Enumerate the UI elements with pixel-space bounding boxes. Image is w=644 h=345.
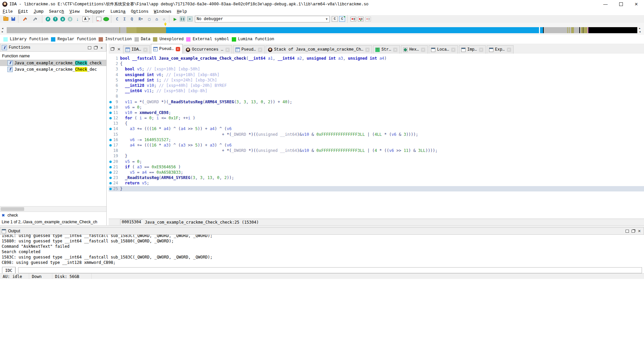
tab-pseud[interactable]: Pseud…✕ bbox=[233, 45, 265, 54]
function-name-column-header[interactable]: Function name bbox=[0, 52, 106, 60]
open-file-icon[interactable] bbox=[2, 16, 9, 22]
line-number[interactable]: 7 bbox=[109, 88, 120, 94]
navband-segment[interactable] bbox=[120, 27, 126, 33]
line-number[interactable]: 15 bbox=[109, 132, 120, 137]
breakpoint-icon[interactable] bbox=[109, 177, 112, 179]
clear-filter-icon[interactable]: ✖ bbox=[0, 213, 7, 218]
line-number[interactable]: 12 bbox=[109, 115, 120, 121]
bp-add-icon[interactable] bbox=[357, 16, 364, 22]
line-number[interactable]: 5 bbox=[109, 77, 120, 83]
tab-str[interactable]: ”Str…✕ bbox=[373, 45, 400, 54]
jump-faded-icon[interactable]: ≣ bbox=[66, 16, 74, 22]
tab-close-icon[interactable]: ✕ bbox=[507, 48, 511, 52]
search-a-icon[interactable]: A▾ bbox=[81, 16, 91, 22]
edit-home-icon[interactable]: ⌂ bbox=[153, 16, 160, 22]
breakpoint-icon[interactable] bbox=[109, 106, 112, 109]
menu-edit[interactable]: Edit bbox=[15, 9, 31, 15]
edit-c-icon[interactable]: C bbox=[113, 16, 121, 22]
code-line[interactable]: 3 bool v5; // [xsp+10h] [xbp-50h] bbox=[109, 66, 644, 72]
jump-list-icon[interactable]: ≣ bbox=[59, 16, 66, 22]
menu-jump[interactable]: Jump bbox=[31, 9, 46, 15]
tab-loca[interactable]: Loca…✕ bbox=[429, 45, 458, 54]
float-icon[interactable] bbox=[630, 228, 636, 234]
navband-scroll-left-icon[interactable]: ◄► bbox=[1, 27, 5, 33]
run-c-icon[interactable]: C bbox=[338, 16, 346, 22]
code-line[interactable]: 23 _ReadStatusReg(ARM64_SYSREG(3, 3, 13,… bbox=[109, 175, 644, 180]
pseudocode-view[interactable]: 1bool __fastcall Java_com_example_crackm… bbox=[109, 54, 644, 219]
menu-debugger[interactable]: Debugger bbox=[82, 9, 108, 15]
menu-lumina[interactable]: Lumina bbox=[108, 9, 128, 15]
navband-segment[interactable] bbox=[126, 27, 137, 33]
menu-help[interactable]: Help bbox=[174, 9, 190, 15]
line-number[interactable]: 17 bbox=[109, 142, 120, 148]
step-c-icon[interactable]: C bbox=[331, 16, 338, 22]
line-number[interactable]: 3 bbox=[109, 66, 120, 72]
tab-close-icon[interactable]: ✕ bbox=[225, 48, 230, 52]
navigation-band[interactable] bbox=[7, 27, 637, 33]
code-line[interactable]: 9 v11 = *(_QWORD *)(_ReadStatusReg(ARM64… bbox=[109, 99, 644, 105]
tab-close-icon[interactable]: ✕ bbox=[176, 47, 180, 51]
navband-scroll-right-icon[interactable]: ►◄ bbox=[639, 27, 643, 33]
line-number[interactable]: 22 bbox=[109, 170, 120, 175]
code-line[interactable]: 24 return v5; bbox=[109, 180, 644, 186]
navband-segment[interactable] bbox=[166, 27, 539, 33]
code-line[interactable]: 20 v5 = 0; bbox=[109, 159, 644, 164]
menu-search[interactable]: Search bbox=[46, 9, 67, 15]
navband-segment[interactable] bbox=[571, 27, 574, 33]
code-line[interactable]: 6 __int128 v10; // [xsp+40h] [xbp-20h] B… bbox=[109, 83, 644, 88]
code-line[interactable]: 8 bbox=[109, 94, 644, 99]
code-line[interactable]: 5 unsigned int i; // [xsp+24h] [xbp-3Ch] bbox=[109, 77, 644, 83]
code-line[interactable]: 22 v5 = a4 == 0xA65B3B33; bbox=[109, 170, 644, 175]
hscrollbar-thumb[interactable] bbox=[1, 207, 24, 211]
breakpoint-icon[interactable] bbox=[109, 188, 112, 190]
idc-language-button[interactable]: IDC bbox=[2, 267, 15, 274]
breakpoint-icon[interactable] bbox=[109, 166, 112, 168]
edit-diamond-icon[interactable]: ◇ bbox=[160, 16, 168, 22]
command-input[interactable] bbox=[18, 267, 642, 273]
navband-segment[interactable] bbox=[544, 27, 567, 33]
functions-filter-row[interactable]: ✖ check bbox=[0, 212, 106, 219]
line-number[interactable]: 14 bbox=[109, 126, 120, 131]
debugger-select[interactable]: No debugger▼ bbox=[195, 16, 330, 22]
code-line[interactable]: 7 __int64 v11; // [xsp+58h] [xbp-8h] bbox=[109, 88, 644, 94]
breakpoint-icon[interactable] bbox=[109, 139, 112, 141]
bp-disable-icon[interactable] bbox=[364, 16, 372, 22]
code-line[interactable]: 19 } bbox=[109, 153, 644, 159]
line-number[interactable]: 8 bbox=[109, 94, 120, 99]
jump-down-icon[interactable]: ↓ bbox=[74, 16, 81, 22]
tab-imp[interactable]: Imp…✕ bbox=[459, 45, 486, 54]
tab-close-icon[interactable]: ✕ bbox=[451, 48, 455, 52]
code-line[interactable]: 18 + *(_DWORD *)((unsigned __int64)&v10 … bbox=[109, 148, 644, 153]
line-number[interactable]: 16 bbox=[109, 137, 120, 142]
jump-type-icon[interactable]: T bbox=[52, 16, 59, 22]
code-line[interactable]: 1bool __fastcall Java_com_example_crackm… bbox=[109, 56, 644, 61]
jump-hash-icon[interactable]: # bbox=[44, 16, 52, 22]
line-number[interactable]: 23 bbox=[109, 175, 120, 180]
line-number[interactable]: 1 bbox=[109, 56, 120, 61]
navband-segment[interactable] bbox=[137, 27, 166, 33]
function-row[interactable]: fJava_com_example_crackme_Check_dec bbox=[0, 66, 106, 72]
navband-segment[interactable] bbox=[588, 27, 637, 33]
line-number[interactable]: 6 bbox=[109, 83, 120, 88]
line-number[interactable]: 25 bbox=[109, 186, 120, 191]
breakpoint-icon[interactable] bbox=[109, 144, 112, 147]
edit-r-icon[interactable]: R▾ bbox=[136, 16, 146, 22]
script-icon[interactable]: ▾ bbox=[31, 16, 41, 22]
close-icon[interactable]: ✕ bbox=[629, 0, 644, 8]
code-line[interactable]: 4 unsigned int v6; // [xsp+18h] [xbp-48h… bbox=[109, 72, 644, 77]
functions-hscrollbar[interactable] bbox=[0, 206, 106, 212]
navband-segment[interactable] bbox=[583, 27, 588, 33]
window-red-icon[interactable] bbox=[95, 16, 102, 22]
code-line[interactable]: 21 if ( a3 == 0xE9364656 ) bbox=[109, 164, 644, 170]
minimize-icon[interactable]: — bbox=[598, 0, 613, 8]
save-file-icon[interactable] bbox=[9, 16, 17, 22]
float-icon[interactable] bbox=[93, 45, 99, 50]
tab-close-icon[interactable]: ✕ bbox=[393, 48, 397, 52]
tab-ida[interactable]: IDA…✕ bbox=[123, 45, 150, 54]
code-line[interactable]: 10 v6 = 0; bbox=[109, 105, 644, 110]
debug-stop-icon[interactable]: ■ bbox=[186, 16, 194, 22]
debug-pause-icon[interactable]: ❚❚ bbox=[179, 16, 186, 22]
menu-windows[interactable]: Windows bbox=[151, 9, 174, 15]
quick-edit-icon[interactable]: ▾ bbox=[20, 16, 31, 22]
code-line[interactable]: 11 v10 = xmmword_CB98; bbox=[109, 110, 644, 115]
